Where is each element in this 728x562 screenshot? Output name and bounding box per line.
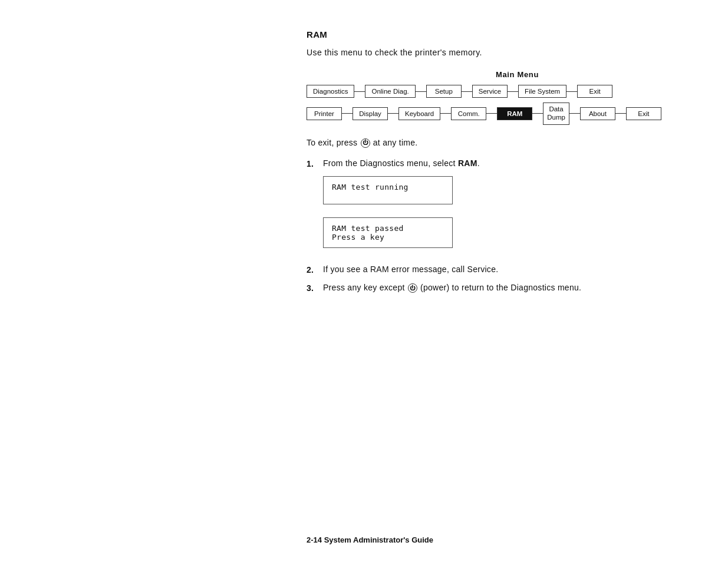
step-3-text-before: Press any key except <box>323 283 407 292</box>
step-1-content: From the Diagnostics menu, select RAM. R… <box>323 158 728 256</box>
exit-note-before: To exit, press <box>307 138 357 147</box>
menu-item-exit-2[interactable]: Exit <box>626 107 661 120</box>
step-3-content: Press any key except ⏻ (power) to return… <box>323 283 728 293</box>
connector <box>354 91 365 92</box>
menu-item-display[interactable]: Display <box>353 107 388 120</box>
menu-item-service[interactable]: Service <box>472 85 508 98</box>
connector <box>388 113 398 114</box>
steps-container: 1. From the Diagnostics menu, select RAM… <box>307 158 728 293</box>
intro-text: Use this menu to check the printer's mem… <box>307 48 728 57</box>
menu-item-about[interactable]: About <box>580 107 615 120</box>
connector <box>569 113 580 114</box>
exit-note: To exit, press ⏻ at any time. <box>307 138 728 148</box>
step-3-text-after: (power) to return to the Diagnostics men… <box>418 283 581 292</box>
menu-diagram: Main Menu Diagnostics Online Diag. Setup… <box>307 70 728 125</box>
step-1-text-before: From the Diagnostics menu, select <box>323 158 458 168</box>
power-icon: ⏻ <box>361 138 370 148</box>
menu-item-exit-1[interactable]: Exit <box>577 85 612 98</box>
menu-item-comm[interactable]: Comm. <box>451 107 486 120</box>
step-2-text: If you see a RAM error message, call Ser… <box>323 265 498 274</box>
display-box-wrapper-1: RAM test running <box>323 171 728 207</box>
menu-row-2: Printer Display Keyboard Comm. RAM DataD… <box>307 103 728 125</box>
section-title: RAM <box>307 29 728 39</box>
menu-item-keyboard[interactable]: Keyboard <box>398 107 440 120</box>
connector <box>566 91 577 92</box>
menu-label: Main Menu <box>307 70 728 79</box>
menu-item-diagnostics[interactable]: Diagnostics <box>307 85 354 98</box>
connector <box>615 113 626 114</box>
step-1-bold: RAM <box>458 158 477 168</box>
step-3-number: 3. <box>307 283 323 293</box>
connector <box>462 91 472 92</box>
display-box-running: RAM test running <box>323 176 453 204</box>
connector <box>342 113 353 114</box>
step-3: 3. Press any key except ⏻ (power) to ret… <box>307 283 728 293</box>
step-1-text-after: . <box>477 158 480 168</box>
menu-item-file-system[interactable]: File System <box>518 85 566 98</box>
display-box-wrapper-2: RAM test passedPress a key <box>323 213 728 250</box>
connector <box>532 113 543 114</box>
step-2-content: If you see a RAM error message, call Ser… <box>323 265 728 274</box>
page-footer: 2-14 System Administrator's Guide <box>307 535 433 544</box>
connector <box>440 113 451 114</box>
step-2: 2. If you see a RAM error message, call … <box>307 265 728 275</box>
connector <box>508 91 518 92</box>
menu-item-data-dump[interactable]: DataDump <box>543 103 569 125</box>
connector <box>486 113 497 114</box>
exit-note-after: at any time. <box>373 138 418 147</box>
menu-item-setup[interactable]: Setup <box>426 85 462 98</box>
step-1: 1. From the Diagnostics menu, select RAM… <box>307 158 728 256</box>
power-icon-step3: ⏻ <box>408 283 417 293</box>
connector <box>416 91 426 92</box>
menu-item-ram[interactable]: RAM <box>497 107 532 120</box>
step-2-number: 2. <box>307 265 323 275</box>
menu-item-printer[interactable]: Printer <box>307 107 342 120</box>
display-box-passed: RAM test passedPress a key <box>323 217 453 248</box>
menu-item-online-diag[interactable]: Online Diag. <box>365 85 415 98</box>
menu-row-1: Diagnostics Online Diag. Setup Service F… <box>307 85 728 98</box>
step-1-number: 1. <box>307 158 323 168</box>
